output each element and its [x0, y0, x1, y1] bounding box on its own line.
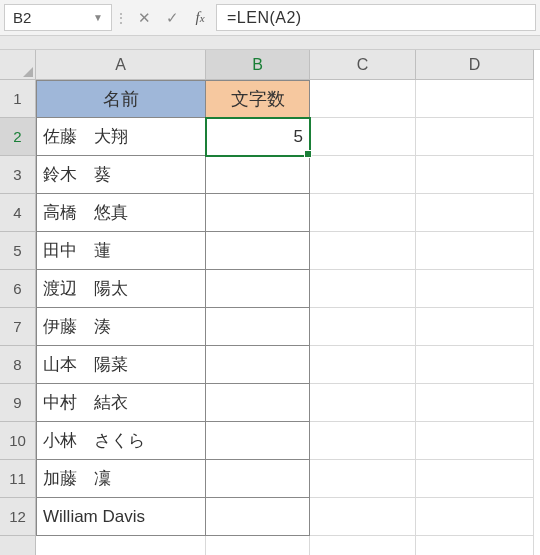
col-head-a[interactable]: A	[36, 50, 206, 80]
cell-value: William Davis	[43, 507, 145, 527]
row-head-2[interactable]: 2	[0, 118, 36, 156]
cell-value: 伊藤 湊	[43, 315, 111, 338]
formula-bar: B2 ▼ ⋮ ✕ ✓ fx =LEN(A2)	[0, 0, 540, 36]
ribbon-spacer	[0, 36, 540, 50]
cell-d1[interactable]	[416, 80, 534, 118]
cell-b11[interactable]	[206, 460, 310, 498]
row-head-9[interactable]: 9	[0, 384, 36, 422]
confirm-icon[interactable]: ✓	[158, 0, 186, 35]
cell-c11[interactable]	[310, 460, 416, 498]
cell-d5[interactable]	[416, 232, 534, 270]
cell-a4[interactable]: 高橋 悠真	[36, 194, 206, 232]
cell-value: 鈴木 葵	[43, 163, 111, 186]
cell-b8[interactable]	[206, 346, 310, 384]
cell-a2[interactable]: 佐藤 大翔	[36, 118, 206, 156]
cell-a8[interactable]: 山本 陽菜	[36, 346, 206, 384]
col-head-d[interactable]: D	[416, 50, 534, 80]
select-all-corner[interactable]	[0, 50, 36, 80]
cell-a6[interactable]: 渡辺 陽太	[36, 270, 206, 308]
cell-a7[interactable]: 伊藤 湊	[36, 308, 206, 346]
cell-d3[interactable]	[416, 156, 534, 194]
cell-b9[interactable]	[206, 384, 310, 422]
cell-d9[interactable]	[416, 384, 534, 422]
cell-d10[interactable]	[416, 422, 534, 460]
header-count: 文字数	[231, 87, 285, 111]
row-head-8[interactable]: 8	[0, 346, 36, 384]
row-head-6[interactable]: 6	[0, 270, 36, 308]
separator: ⋮	[112, 0, 130, 35]
cell-value: 中村 結衣	[43, 391, 128, 414]
cell-value: 高橋 悠真	[43, 201, 128, 224]
cell-c8[interactable]	[310, 346, 416, 384]
cell-d2[interactable]	[416, 118, 534, 156]
cell-value: 佐藤 大翔	[43, 125, 128, 148]
cell-d6[interactable]	[416, 270, 534, 308]
spreadsheet-grid: A B C D 1 名前 文字数 2 佐藤 大翔 5 3 鈴木 葵 4 高橋 悠…	[0, 50, 540, 555]
cell-b6[interactable]	[206, 270, 310, 308]
cell-a11[interactable]: 加藤 凜	[36, 460, 206, 498]
row-head-1[interactable]: 1	[0, 80, 36, 118]
cell-b10[interactable]	[206, 422, 310, 460]
col-head-b[interactable]: B	[206, 50, 310, 80]
fx-icon[interactable]: fx	[186, 0, 214, 35]
row-head-4[interactable]: 4	[0, 194, 36, 232]
cell-a5[interactable]: 田中 蓮	[36, 232, 206, 270]
cancel-icon[interactable]: ✕	[130, 0, 158, 35]
cell-value: 加藤 凜	[43, 467, 111, 490]
row-head-3[interactable]: 3	[0, 156, 36, 194]
cell-a9[interactable]: 中村 結衣	[36, 384, 206, 422]
cell-c10[interactable]	[310, 422, 416, 460]
cell-value: 山本 陽菜	[43, 353, 128, 376]
cell-d4[interactable]	[416, 194, 534, 232]
cell-value: 小林 さくら	[43, 429, 145, 452]
cell-c13[interactable]	[310, 536, 416, 555]
cell-a12[interactable]: William Davis	[36, 498, 206, 536]
name-box[interactable]: B2 ▼	[4, 4, 112, 31]
cell-c7[interactable]	[310, 308, 416, 346]
cell-b7[interactable]	[206, 308, 310, 346]
cell-a3[interactable]: 鈴木 葵	[36, 156, 206, 194]
cell-a10[interactable]: 小林 さくら	[36, 422, 206, 460]
cell-c2[interactable]	[310, 118, 416, 156]
formula-text: =LEN(A2)	[227, 9, 302, 27]
cell-d8[interactable]	[416, 346, 534, 384]
cell-b12[interactable]	[206, 498, 310, 536]
cell-d12[interactable]	[416, 498, 534, 536]
cell-c6[interactable]	[310, 270, 416, 308]
row-head-7[interactable]: 7	[0, 308, 36, 346]
cell-c9[interactable]	[310, 384, 416, 422]
chevron-down-icon[interactable]: ▼	[93, 12, 103, 23]
cell-b13[interactable]	[206, 536, 310, 555]
row-head-12[interactable]: 12	[0, 498, 36, 536]
cell-b5[interactable]	[206, 232, 310, 270]
cell-a13[interactable]	[36, 536, 206, 555]
cell-c1[interactable]	[310, 80, 416, 118]
name-box-value: B2	[13, 9, 31, 26]
cell-d13[interactable]	[416, 536, 534, 555]
cell-a1[interactable]: 名前	[36, 80, 206, 118]
header-name: 名前	[103, 87, 139, 111]
cell-b2[interactable]: 5	[206, 118, 310, 156]
cell-c12[interactable]	[310, 498, 416, 536]
cell-b4[interactable]	[206, 194, 310, 232]
cell-b1[interactable]: 文字数	[206, 80, 310, 118]
cell-c3[interactable]	[310, 156, 416, 194]
row-head-11[interactable]: 11	[0, 460, 36, 498]
row-head-13[interactable]	[0, 536, 36, 555]
cell-value: 田中 蓮	[43, 239, 111, 262]
cell-d7[interactable]	[416, 308, 534, 346]
cell-d11[interactable]	[416, 460, 534, 498]
cell-value: 渡辺 陽太	[43, 277, 128, 300]
col-head-c[interactable]: C	[310, 50, 416, 80]
formula-input[interactable]: =LEN(A2)	[216, 4, 536, 31]
cell-b3[interactable]	[206, 156, 310, 194]
cell-c5[interactable]	[310, 232, 416, 270]
cell-c4[interactable]	[310, 194, 416, 232]
row-head-5[interactable]: 5	[0, 232, 36, 270]
cell-value: 5	[294, 127, 303, 147]
row-head-10[interactable]: 10	[0, 422, 36, 460]
